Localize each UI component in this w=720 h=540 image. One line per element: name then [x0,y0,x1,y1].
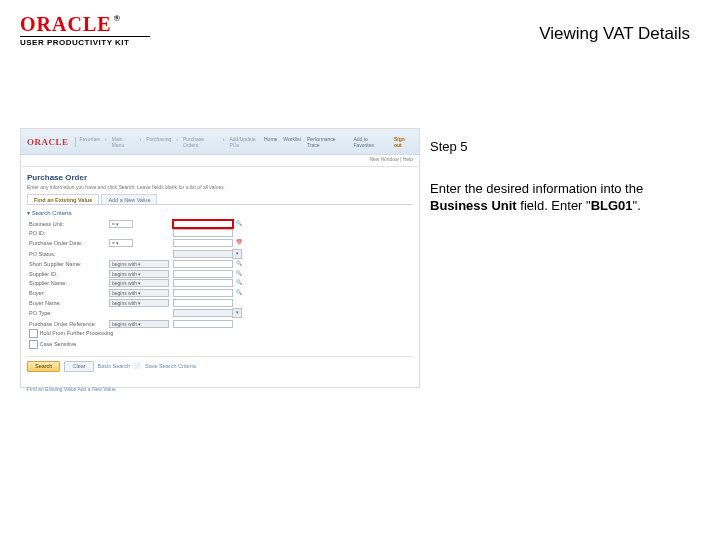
clear-button[interactable]: Clear [64,361,93,372]
row-buyer: Buyer: begins with ▾ 🔍 [27,288,245,298]
buyer-field[interactable] [173,289,233,297]
row-po-id: PO ID: [27,229,245,239]
po-desc: Enter any information you have and click… [27,184,413,190]
crumb-1[interactable]: Main Menu [112,136,135,148]
lbl-po-status: PO Status: [27,248,107,260]
embedded-screenshot: ORACLE Favorites› Main Menu› Purchasing›… [20,128,420,388]
tab-find-existing[interactable]: Find an Existing Value [27,194,99,204]
chevron-down-icon[interactable]: ▾ [232,308,242,318]
buyer-name-field[interactable] [173,299,233,307]
hold-checkbox[interactable] [29,329,38,338]
instr-field: Business Unit [430,198,517,213]
step-label: Step 5 [430,138,700,156]
lbl-supplier-name: Supplier Name: [27,279,107,289]
op-buyer[interactable]: begins with ▾ [109,289,169,297]
search-form: Business Unit: = ▾ 🔍 PO ID: Purchase Ord… [27,219,245,350]
row-business-unit: Business Unit: = ▾ 🔍 [27,219,245,229]
row-po-date: Purchase Order Date: = ▾ 📅 [27,238,245,248]
upk-line: USER PRODUCTIVITY KIT [20,38,150,47]
row-short-supplier: Short Supplier Name: begins with ▾ 🔍 [27,259,245,269]
instr-pre: Enter the desired information into the [430,181,643,196]
po-status-field[interactable] [173,250,233,258]
search-tabs: Find an Existing Value Add a New Value [27,194,413,205]
button-row: Search Clear Basic Search 📄 Save Search … [27,356,413,372]
oracle-logo: ORACLE® [20,14,150,34]
instruction-body: Enter the desired information into the B… [430,180,700,215]
app-bar: ORACLE Favorites› Main Menu› Purchasing›… [21,129,419,155]
po-type-field[interactable] [173,309,233,317]
op-po-ref[interactable]: begins with ▾ [109,320,169,328]
crumb-3[interactable]: Purchase Orders [183,136,218,148]
po-ref-field[interactable] [173,320,233,328]
basic-search-link[interactable]: Basic Search [98,363,130,369]
calendar-icon[interactable]: 📅 [235,239,243,247]
row-hold: Hold From Further Processing [27,329,245,340]
lookup-icon[interactable]: 🔍 [235,289,243,297]
instr-value: BLG01 [591,198,633,213]
row-po-ref: Purchase Order Reference: begins with ▾ [27,319,245,329]
lookup-icon[interactable]: 🔍 [235,279,243,287]
brand-divider [20,36,150,37]
op-supplier-name[interactable]: begins with ▾ [109,279,169,287]
op-short-supplier[interactable]: begins with ▾ [109,260,169,268]
row-case: Case Sensitive [27,339,245,350]
lbl-case: Case Sensitive [40,341,77,347]
search-criteria-head[interactable]: Search Criteria [27,209,413,216]
lbl-hold: Hold From Further Processing [40,330,114,336]
sub-bar: New Window | Help [21,155,419,167]
lbl-po-ref: Purchase Order Reference: [27,319,107,329]
lbl-short-supplier: Short Supplier Name: [27,259,107,269]
case-checkbox[interactable] [29,340,38,349]
nav-worklist[interactable]: Worklist [283,136,301,148]
lbl-buyer-name: Buyer Name: [27,298,107,308]
row-buyer-name: Buyer Name: begins with ▾ [27,298,245,308]
nav-signout[interactable]: Sign out [394,136,413,148]
po-date-field[interactable] [173,239,233,247]
short-supplier-field[interactable] [173,260,233,268]
lookup-icon[interactable]: 🔍 [235,270,243,278]
lbl-po-date: Purchase Order Date: [27,238,107,248]
business-unit-field[interactable] [173,220,233,228]
lbl-supplier-id: Supplier ID: [27,269,107,279]
nav-perf[interactable]: Performance Trace [307,136,347,148]
lbl-po-id: PO ID: [27,229,107,239]
page-title: Viewing VAT Details [539,24,690,44]
po-id-field[interactable] [173,229,233,237]
lbl-business-unit: Business Unit: [27,219,107,229]
lbl-po-type: PO Type: [27,307,107,319]
row-po-status: PO Status: ▾ [27,248,245,260]
crumb-4[interactable]: Add/Update POs [229,136,264,148]
top-nav: Home Worklist Performance Trace Add to F… [264,136,413,148]
oracle-upk-brand: ORACLE® USER PRODUCTIVITY KIT [20,14,150,47]
lookup-icon[interactable]: 🔍 [235,260,243,268]
breadcrumb: Favorites› Main Menu› Purchasing› Purcha… [80,136,264,148]
row-po-type: PO Type: ▾ [27,307,245,319]
supplier-name-field[interactable] [173,279,233,287]
op-business-unit[interactable]: = ▾ [109,220,133,228]
save-search-link[interactable]: Save Search Criteria [145,363,196,369]
nav-home[interactable]: Home [264,136,277,148]
chevron-down-icon[interactable]: ▾ [232,249,242,259]
mini-oracle-logo: ORACLE [27,137,76,147]
crumb-0[interactable]: Favorites [80,136,101,148]
crumb-2[interactable]: Purchasing [146,136,171,148]
nav-fav[interactable]: Add to Favorites [353,136,388,148]
op-buyer-name[interactable]: begins with ▾ [109,299,169,307]
instr-mid: field. Enter " [517,198,591,213]
lbl-buyer: Buyer: [27,288,107,298]
oracle-logo-text: ORACLE [20,13,112,35]
trademark-symbol: ® [114,13,122,23]
screenshot-content: Purchase Order Enter any information you… [21,167,419,392]
row-supplier-name: Supplier Name: begins with ▾ 🔍 [27,279,245,289]
tab-add-new[interactable]: Add a New Value [101,194,157,204]
footer-links[interactable]: Find an Existing Value Add a New Value [27,386,413,392]
row-supplier-id: Supplier ID: begins with ▾ 🔍 [27,269,245,279]
lookup-icon[interactable]: 🔍 [235,220,243,228]
op-po-date[interactable]: = ▾ [109,239,133,247]
supplier-id-field[interactable] [173,270,233,278]
op-supplier-id[interactable]: begins with ▾ [109,270,169,278]
instr-post: ". [633,198,641,213]
step-instructions: Step 5 Enter the desired information int… [430,138,700,215]
po-heading: Purchase Order [27,173,413,182]
search-button[interactable]: Search [27,361,60,372]
